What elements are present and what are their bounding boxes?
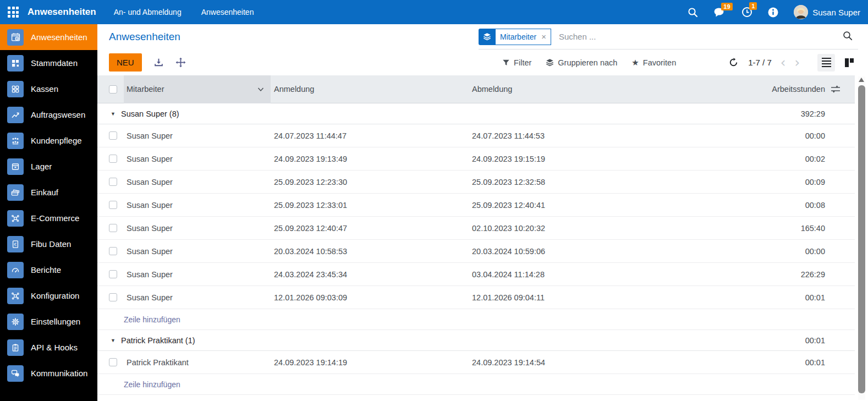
user-menu[interactable]: Susan Super	[794, 5, 860, 19]
sidebar-item-stammdaten[interactable]: Stammdaten	[0, 50, 97, 76]
search-input[interactable]	[559, 32, 843, 41]
sidebar-item-api-hooks[interactable]: API & Hooks	[0, 334, 97, 360]
pager-prev-icon[interactable]: ‹	[781, 56, 786, 69]
sidebar-item-kommunikation[interactable]: Kommunikation	[0, 360, 97, 386]
sidebar-item-einkauf[interactable]: Einkauf	[0, 179, 97, 205]
group-total: 392:29	[801, 109, 855, 118]
add-row-link[interactable]: Zeile hinzufügen	[124, 380, 180, 389]
sidebar-item-fibu-daten[interactable]: € Fibu Daten	[0, 231, 97, 257]
row-checkbox[interactable]	[109, 270, 117, 278]
clipboard-icon	[7, 339, 24, 356]
search-icon[interactable]	[843, 31, 853, 43]
cell-abmeldung: 24.09.2023 19:14:54	[469, 358, 667, 367]
cell-mitarbeiter: Susan Super	[124, 270, 271, 279]
search-facet: Mitarbeiter ×	[479, 29, 551, 45]
table-row[interactable]: Susan Super24.09.2023 19:13:4924.09.2023…	[97, 147, 855, 171]
sidebar-item-berichte[interactable]: Berichte	[0, 257, 97, 283]
favorites-button[interactable]: ★ Favoriten	[631, 58, 676, 67]
network-icon	[7, 288, 24, 304]
app-grid-icon[interactable]	[8, 7, 19, 18]
refresh-icon[interactable]	[729, 58, 738, 67]
sidebar-item-label: Einkauf	[31, 188, 58, 197]
sidebar-item-auftragswesen[interactable]: Auftragswesen	[0, 102, 97, 128]
scrollbar-track[interactable]	[858, 76, 865, 400]
row-checkbox[interactable]	[109, 224, 117, 232]
people-icon	[7, 133, 24, 149]
sidebar-item-konfiguration[interactable]: Konfiguration	[0, 283, 97, 309]
activity-clock-icon[interactable]: 1	[741, 7, 752, 18]
group-header-row[interactable]: ▼ Patrick Praktikant (1) 00:01	[97, 330, 855, 351]
new-button[interactable]: NEU	[109, 53, 142, 72]
kanban-view-button[interactable]	[840, 54, 858, 72]
search-icon[interactable]	[688, 7, 698, 18]
add-row: Zeile hinzufügen	[97, 309, 855, 330]
group-header-row[interactable]: ▼ Susan Super (8) 392:29	[97, 103, 855, 124]
row-checkbox[interactable]	[109, 131, 117, 140]
cell-abmeldung: 24.09.2023 19:15:19	[469, 155, 667, 163]
layers-icon	[479, 29, 495, 45]
column-header-arbeitsstunden[interactable]: Arbeitsstunden	[667, 85, 855, 94]
row-checkbox[interactable]	[109, 178, 117, 186]
pager-next-icon[interactable]: ›	[794, 56, 800, 69]
table-row[interactable]: Susan Super25.09.2023 12:33:0125.09.2023…	[97, 194, 855, 217]
cell-arbeitsstunden: 00:01	[667, 293, 855, 302]
scroll-up-icon[interactable]	[859, 78, 864, 82]
sidebar-item-einstellungen[interactable]: Einstellungen	[0, 309, 97, 334]
sort-chevron-down-icon	[257, 87, 264, 92]
sidebar-item-label: Einstellungen	[31, 317, 80, 326]
facet-close-icon[interactable]: ×	[541, 32, 546, 41]
table-row[interactable]: Susan Super25.09.2023 12:23:3025.09.2023…	[97, 171, 855, 194]
box-icon	[7, 158, 24, 175]
download-icon[interactable]	[154, 58, 163, 67]
row-checkbox[interactable]	[109, 358, 117, 366]
list-view-button[interactable]	[817, 54, 835, 72]
table-row[interactable]: Susan Super12.01.2026 09:03:0912.01.2026…	[97, 286, 855, 309]
cell-abmeldung: 12.01.2026 09:04:11	[469, 293, 667, 302]
cell-anmeldung: 24.09.2023 19:14:19	[271, 358, 469, 367]
column-header-anmeldung[interactable]: Anmeldung	[271, 85, 469, 94]
table-row[interactable]: Susan Super25.09.2023 12:40:4702.10.2023…	[97, 217, 855, 240]
menu-item-anwesenheiten[interactable]: Anwesenheiten	[201, 8, 254, 17]
cell-abmeldung: 20.03.2024 10:59:06	[469, 247, 667, 256]
main-content: Anwesenheiten Mitarbeiter ×	[97, 24, 868, 401]
sidebar-item-label: Stammdaten	[31, 58, 78, 68]
row-checkbox[interactable]	[109, 247, 117, 255]
info-icon[interactable]	[768, 7, 778, 18]
select-all-checkbox[interactable]	[109, 85, 117, 94]
cell-arbeitsstunden: 00:09	[667, 178, 855, 186]
chat-icon[interactable]: 19	[713, 7, 726, 18]
menu-item-an-und-abmeldung[interactable]: An- und Abmeldung	[114, 8, 182, 17]
row-checkbox[interactable]	[109, 155, 117, 163]
sidebar-item-kassen[interactable]: Kassen	[0, 76, 97, 102]
scrollbar-thumb[interactable]	[858, 85, 865, 393]
column-header-abmeldung[interactable]: Abmeldung	[469, 85, 667, 94]
sidebar-item-label: Lager	[31, 162, 52, 171]
column-header-mitarbeiter[interactable]: Mitarbeiter	[124, 75, 271, 103]
table-row[interactable]: Susan Super24.03.2024 23:45:3403.04.2024…	[97, 263, 855, 286]
move-icon[interactable]	[175, 57, 186, 68]
cell-arbeitsstunden: 226:29	[667, 270, 855, 279]
user-name: Susan Super	[812, 8, 860, 17]
topbar-menu: An- und Abmeldung Anwesenheiten	[114, 8, 254, 17]
add-row-link[interactable]: Zeile hinzufügen	[124, 315, 180, 324]
pager-text: 1-7 / 7	[748, 58, 772, 67]
table-row[interactable]: Susan Super24.07.2023 11:44:4724.07.2023…	[97, 124, 855, 147]
row-checkbox[interactable]	[109, 293, 117, 301]
chart-icon	[7, 107, 24, 123]
sidebar-item-kundenpflege[interactable]: Kundenpflege	[0, 128, 97, 153]
sidebar-item-label: Auftragswesen	[31, 110, 85, 119]
table-row[interactable]: Susan Super20.03.2024 10:58:5320.03.2024…	[97, 240, 855, 263]
sidebar-item-ecommerce[interactable]: E-Commerce	[0, 205, 97, 231]
cell-anmeldung: 12.01.2026 09:03:09	[271, 293, 469, 302]
star-icon: ★	[631, 58, 639, 67]
filter-button[interactable]: Filter	[502, 58, 531, 67]
sidebar-item-lager[interactable]: Lager	[0, 153, 97, 179]
table-row[interactable]: Patrick Praktikant24.09.2023 19:14:1924.…	[97, 351, 855, 374]
groupby-button[interactable]: Gruppieren nach	[546, 58, 617, 67]
optional-columns-icon[interactable]	[831, 85, 840, 94]
row-checkbox[interactable]	[109, 201, 117, 209]
app-window: Anwesenheiten An- und Abmeldung Anwesenh…	[0, 0, 868, 401]
search-bar[interactable]: Mitarbeiter ×	[479, 24, 858, 50]
sidebar-item-anwesenheiten[interactable]: Anwesenheiten	[0, 24, 97, 50]
cell-anmeldung: 24.07.2023 11:44:47	[271, 131, 469, 140]
